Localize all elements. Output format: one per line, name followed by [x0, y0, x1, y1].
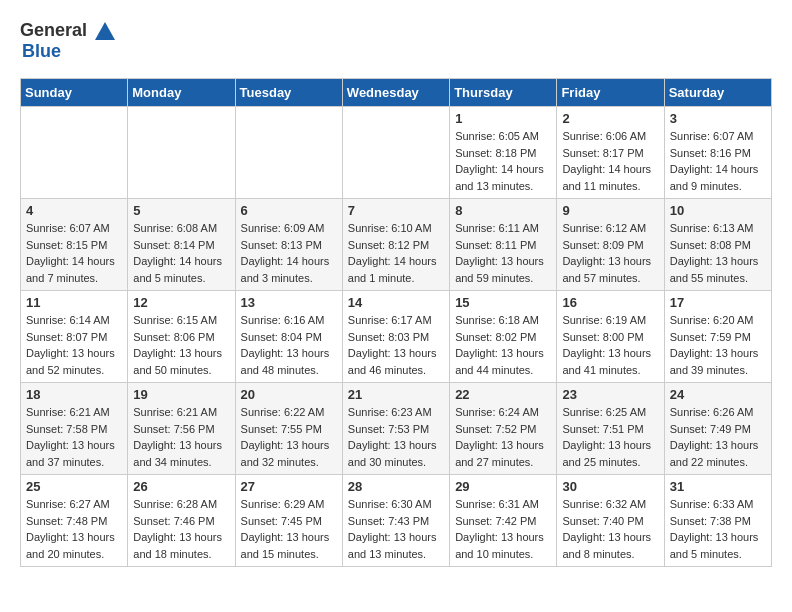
day-number: 27: [241, 479, 337, 494]
day-number: 24: [670, 387, 766, 402]
calendar-cell-23: 23Sunrise: 6:25 AMSunset: 7:51 PMDayligh…: [557, 383, 664, 475]
weekday-header-friday: Friday: [557, 79, 664, 107]
page-header: General Blue: [20, 20, 772, 62]
calendar-week-4: 18Sunrise: 6:21 AMSunset: 7:58 PMDayligh…: [21, 383, 772, 475]
calendar-cell-22: 22Sunrise: 6:24 AMSunset: 7:52 PMDayligh…: [450, 383, 557, 475]
day-info: Sunrise: 6:33 AMSunset: 7:38 PMDaylight:…: [670, 496, 766, 562]
calendar-cell-25: 25Sunrise: 6:27 AMSunset: 7:48 PMDayligh…: [21, 475, 128, 567]
day-number: 6: [241, 203, 337, 218]
day-info: Sunrise: 6:06 AMSunset: 8:17 PMDaylight:…: [562, 128, 658, 194]
day-info: Sunrise: 6:20 AMSunset: 7:59 PMDaylight:…: [670, 312, 766, 378]
day-info: Sunrise: 6:05 AMSunset: 8:18 PMDaylight:…: [455, 128, 551, 194]
day-number: 4: [26, 203, 122, 218]
day-number: 18: [26, 387, 122, 402]
day-number: 8: [455, 203, 551, 218]
day-info: Sunrise: 6:08 AMSunset: 8:14 PMDaylight:…: [133, 220, 229, 286]
day-info: Sunrise: 6:07 AMSunset: 8:16 PMDaylight:…: [670, 128, 766, 194]
day-info: Sunrise: 6:30 AMSunset: 7:43 PMDaylight:…: [348, 496, 444, 562]
calendar-week-2: 4Sunrise: 6:07 AMSunset: 8:15 PMDaylight…: [21, 199, 772, 291]
calendar-cell-4: 4Sunrise: 6:07 AMSunset: 8:15 PMDaylight…: [21, 199, 128, 291]
day-number: 7: [348, 203, 444, 218]
day-number: 16: [562, 295, 658, 310]
calendar-cell-15: 15Sunrise: 6:18 AMSunset: 8:02 PMDayligh…: [450, 291, 557, 383]
day-number: 28: [348, 479, 444, 494]
calendar-cell-3: 3Sunrise: 6:07 AMSunset: 8:16 PMDaylight…: [664, 107, 771, 199]
day-number: 20: [241, 387, 337, 402]
calendar-cell-8: 8Sunrise: 6:11 AMSunset: 8:11 PMDaylight…: [450, 199, 557, 291]
calendar-cell-2: 2Sunrise: 6:06 AMSunset: 8:17 PMDaylight…: [557, 107, 664, 199]
day-number: 19: [133, 387, 229, 402]
day-info: Sunrise: 6:23 AMSunset: 7:53 PMDaylight:…: [348, 404, 444, 470]
day-number: 29: [455, 479, 551, 494]
calendar-cell-30: 30Sunrise: 6:32 AMSunset: 7:40 PMDayligh…: [557, 475, 664, 567]
day-number: 3: [670, 111, 766, 126]
weekday-header-row: SundayMondayTuesdayWednesdayThursdayFrid…: [21, 79, 772, 107]
calendar-cell-19: 19Sunrise: 6:21 AMSunset: 7:56 PMDayligh…: [128, 383, 235, 475]
day-number: 9: [562, 203, 658, 218]
day-info: Sunrise: 6:09 AMSunset: 8:13 PMDaylight:…: [241, 220, 337, 286]
calendar-cell-28: 28Sunrise: 6:30 AMSunset: 7:43 PMDayligh…: [342, 475, 449, 567]
day-info: Sunrise: 6:17 AMSunset: 8:03 PMDaylight:…: [348, 312, 444, 378]
calendar-cell-27: 27Sunrise: 6:29 AMSunset: 7:45 PMDayligh…: [235, 475, 342, 567]
day-info: Sunrise: 6:13 AMSunset: 8:08 PMDaylight:…: [670, 220, 766, 286]
day-info: Sunrise: 6:32 AMSunset: 7:40 PMDaylight:…: [562, 496, 658, 562]
calendar-week-5: 25Sunrise: 6:27 AMSunset: 7:48 PMDayligh…: [21, 475, 772, 567]
day-number: 14: [348, 295, 444, 310]
day-info: Sunrise: 6:22 AMSunset: 7:55 PMDaylight:…: [241, 404, 337, 470]
day-info: Sunrise: 6:10 AMSunset: 8:12 PMDaylight:…: [348, 220, 444, 286]
day-info: Sunrise: 6:07 AMSunset: 8:15 PMDaylight:…: [26, 220, 122, 286]
day-number: 2: [562, 111, 658, 126]
logo: General Blue: [20, 20, 115, 62]
calendar-cell-7: 7Sunrise: 6:10 AMSunset: 8:12 PMDaylight…: [342, 199, 449, 291]
day-number: 10: [670, 203, 766, 218]
calendar-cell-empty: [128, 107, 235, 199]
calendar-cell-11: 11Sunrise: 6:14 AMSunset: 8:07 PMDayligh…: [21, 291, 128, 383]
calendar-table: SundayMondayTuesdayWednesdayThursdayFrid…: [20, 78, 772, 567]
weekday-header-sunday: Sunday: [21, 79, 128, 107]
calendar-cell-13: 13Sunrise: 6:16 AMSunset: 8:04 PMDayligh…: [235, 291, 342, 383]
day-info: Sunrise: 6:29 AMSunset: 7:45 PMDaylight:…: [241, 496, 337, 562]
day-number: 12: [133, 295, 229, 310]
calendar-cell-6: 6Sunrise: 6:09 AMSunset: 8:13 PMDaylight…: [235, 199, 342, 291]
calendar-cell-24: 24Sunrise: 6:26 AMSunset: 7:49 PMDayligh…: [664, 383, 771, 475]
day-info: Sunrise: 6:24 AMSunset: 7:52 PMDaylight:…: [455, 404, 551, 470]
day-info: Sunrise: 6:28 AMSunset: 7:46 PMDaylight:…: [133, 496, 229, 562]
calendar-cell-empty: [235, 107, 342, 199]
logo-general: General: [20, 20, 87, 41]
day-number: 11: [26, 295, 122, 310]
calendar-cell-31: 31Sunrise: 6:33 AMSunset: 7:38 PMDayligh…: [664, 475, 771, 567]
day-number: 26: [133, 479, 229, 494]
logo-icon: [95, 22, 115, 40]
calendar-cell-17: 17Sunrise: 6:20 AMSunset: 7:59 PMDayligh…: [664, 291, 771, 383]
day-number: 15: [455, 295, 551, 310]
calendar-cell-18: 18Sunrise: 6:21 AMSunset: 7:58 PMDayligh…: [21, 383, 128, 475]
calendar-cell-10: 10Sunrise: 6:13 AMSunset: 8:08 PMDayligh…: [664, 199, 771, 291]
day-info: Sunrise: 6:19 AMSunset: 8:00 PMDaylight:…: [562, 312, 658, 378]
day-info: Sunrise: 6:16 AMSunset: 8:04 PMDaylight:…: [241, 312, 337, 378]
day-number: 21: [348, 387, 444, 402]
weekday-header-tuesday: Tuesday: [235, 79, 342, 107]
day-number: 25: [26, 479, 122, 494]
calendar-cell-empty: [21, 107, 128, 199]
calendar-cell-9: 9Sunrise: 6:12 AMSunset: 8:09 PMDaylight…: [557, 199, 664, 291]
day-number: 31: [670, 479, 766, 494]
calendar-cell-16: 16Sunrise: 6:19 AMSunset: 8:00 PMDayligh…: [557, 291, 664, 383]
day-info: Sunrise: 6:12 AMSunset: 8:09 PMDaylight:…: [562, 220, 658, 286]
calendar-cell-21: 21Sunrise: 6:23 AMSunset: 7:53 PMDayligh…: [342, 383, 449, 475]
weekday-header-monday: Monday: [128, 79, 235, 107]
calendar-cell-14: 14Sunrise: 6:17 AMSunset: 8:03 PMDayligh…: [342, 291, 449, 383]
logo-blue: Blue: [22, 41, 61, 62]
weekday-header-thursday: Thursday: [450, 79, 557, 107]
day-number: 17: [670, 295, 766, 310]
day-number: 13: [241, 295, 337, 310]
day-info: Sunrise: 6:21 AMSunset: 7:58 PMDaylight:…: [26, 404, 122, 470]
day-info: Sunrise: 6:14 AMSunset: 8:07 PMDaylight:…: [26, 312, 122, 378]
day-info: Sunrise: 6:21 AMSunset: 7:56 PMDaylight:…: [133, 404, 229, 470]
day-info: Sunrise: 6:27 AMSunset: 7:48 PMDaylight:…: [26, 496, 122, 562]
day-number: 1: [455, 111, 551, 126]
calendar-week-1: 1Sunrise: 6:05 AMSunset: 8:18 PMDaylight…: [21, 107, 772, 199]
day-number: 30: [562, 479, 658, 494]
calendar-cell-12: 12Sunrise: 6:15 AMSunset: 8:06 PMDayligh…: [128, 291, 235, 383]
day-info: Sunrise: 6:25 AMSunset: 7:51 PMDaylight:…: [562, 404, 658, 470]
day-info: Sunrise: 6:31 AMSunset: 7:42 PMDaylight:…: [455, 496, 551, 562]
